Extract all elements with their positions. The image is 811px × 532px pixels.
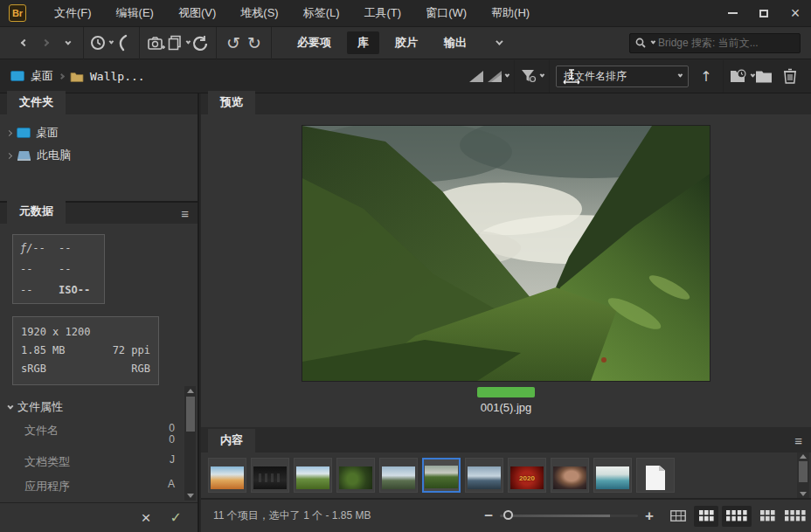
thumbnail-green-meadow[interactable] xyxy=(294,458,332,493)
main-toolbar: ↺ ↻ 必要项 库 胶片 输出 Bridge 搜索: 当前文... xyxy=(0,27,811,59)
scrollbar-thumb[interactable] xyxy=(186,397,195,432)
view-as-details-button[interactable] xyxy=(722,506,752,527)
thumbnail-quality-embedded-button[interactable] xyxy=(466,65,487,87)
tab-content[interactable]: 内容 xyxy=(208,429,255,453)
batch-rename-button[interactable] xyxy=(167,31,189,54)
delete-item-button[interactable] xyxy=(780,65,801,87)
property-row-filename[interactable]: 文件名 00 xyxy=(0,418,198,450)
preview-filename: 001(5).jpg xyxy=(481,401,532,414)
recent-items-button[interactable] xyxy=(730,65,753,87)
metadata-scrollbar[interactable] xyxy=(184,386,196,501)
boomerang-return-button[interactable] xyxy=(112,31,133,54)
boomerang-icon xyxy=(115,34,129,52)
desktop-icon xyxy=(10,71,24,81)
zoom-out-button[interactable]: − xyxy=(484,508,493,525)
thumbnail-quality-options-button[interactable] xyxy=(487,65,508,87)
content-scrollbar[interactable] xyxy=(797,453,809,498)
metadata-menu-icon[interactable]: ≡ xyxy=(181,210,189,218)
lock-thumbnail-grid-button[interactable] xyxy=(666,506,690,527)
thumbnail-image xyxy=(253,466,287,489)
workspace-tab-filmstrip[interactable]: 胶片 xyxy=(385,31,428,54)
expand-chevron-icon[interactable] xyxy=(6,152,12,158)
menu-label[interactable]: 标签(L) xyxy=(291,0,352,27)
tab-folders[interactable]: 文件夹 xyxy=(7,91,66,114)
menu-help[interactable]: 帮助(H) xyxy=(479,0,542,27)
tab-metadata[interactable]: 元数据 xyxy=(7,200,66,224)
thumbnail-blue-mountains[interactable] xyxy=(465,458,503,493)
view-as-grid-extra-button[interactable] xyxy=(783,506,808,527)
tree-item-this-pc[interactable]: 此电脑 xyxy=(0,144,198,167)
workspace-tabs: 必要项 库 胶片 输出 xyxy=(287,31,509,54)
view-as-list-button[interactable] xyxy=(755,506,780,527)
color-mode: RGB xyxy=(131,360,150,378)
thumbnail-sunset-beach[interactable] xyxy=(208,458,246,493)
menu-window[interactable]: 窗口(W) xyxy=(413,0,479,27)
breadcrumb-desktop[interactable]: 桌面 xyxy=(31,68,53,84)
scroll-up-icon[interactable] xyxy=(187,389,194,393)
breadcrumb-separator-icon xyxy=(59,73,65,79)
view-as-thumbnails-button[interactable] xyxy=(694,506,718,527)
sort-ascending-button[interactable]: ↑ xyxy=(696,65,717,87)
refresh-button[interactable] xyxy=(189,31,210,54)
expand-chevron-icon[interactable] xyxy=(6,129,12,135)
metadata-panel-header: 元数据 ≡ xyxy=(0,203,198,224)
close-button[interactable]: × xyxy=(780,0,811,27)
maximize-button[interactable] xyxy=(748,0,780,27)
file-properties-section-header[interactable]: 文件属性 xyxy=(7,399,198,415)
content-menu-icon[interactable]: ≡ xyxy=(794,437,802,446)
rotate-right-button[interactable]: ↻ xyxy=(244,31,265,54)
thumbnail-red-new-year[interactable]: 2020 xyxy=(508,458,546,493)
new-folder-button[interactable] xyxy=(753,65,774,87)
folder-clock-icon xyxy=(730,69,747,83)
thumbnail-woman-portrait[interactable] xyxy=(551,458,589,493)
workspace-tab-libraries[interactable]: 库 xyxy=(347,31,379,54)
thumbnail-teal-mountains[interactable] xyxy=(593,458,632,493)
recent-files-button[interactable] xyxy=(90,31,112,54)
camera-import-icon xyxy=(148,36,165,51)
thumbnail-size-slider[interactable] xyxy=(500,515,638,517)
preview-image[interactable] xyxy=(302,126,710,381)
grid-wide-icon xyxy=(785,510,806,522)
tab-preview[interactable]: 预览 xyxy=(208,91,255,114)
scroll-down-icon[interactable] xyxy=(800,492,807,496)
forward-button[interactable] xyxy=(35,31,56,54)
workspace-switcher-dropdown[interactable] xyxy=(488,31,509,54)
filter-items-button[interactable] xyxy=(521,65,543,87)
thumbnail-dark-night-scene[interactable] xyxy=(251,458,289,493)
get-photos-from-camera-button[interactable] xyxy=(146,31,167,54)
thumbnail-mountain-landscape[interactable] xyxy=(379,458,418,493)
back-button[interactable] xyxy=(14,31,35,54)
thumbnail-document-file[interactable] xyxy=(636,458,675,493)
search-input[interactable]: Bridge 搜索: 当前文... xyxy=(629,33,801,53)
tree-item-desktop[interactable]: 桌面 xyxy=(0,121,198,144)
nav-dropdown[interactable] xyxy=(56,31,77,54)
search-icon xyxy=(635,38,646,48)
slider-knob[interactable] xyxy=(503,510,513,520)
menu-edit[interactable]: 编辑(E) xyxy=(104,0,166,27)
breadcrumb-folder[interactable]: Wallp... xyxy=(90,70,145,83)
workspace-tab-output[interactable]: 输出 xyxy=(433,31,477,54)
property-row-application[interactable]: 应用程序 A xyxy=(0,474,198,499)
tree-item-label: 此电脑 xyxy=(37,148,71,163)
sort-dropdown[interactable]: 按文件名排序 xyxy=(556,66,689,87)
scroll-down-icon[interactable] xyxy=(187,494,194,498)
document-icon xyxy=(639,466,672,489)
zoom-in-button[interactable]: + xyxy=(645,508,654,525)
apply-metadata-button[interactable]: ✓ xyxy=(170,509,182,526)
thumbnail-dark-forest[interactable] xyxy=(336,458,375,493)
menu-tools[interactable]: 工具(T) xyxy=(352,0,414,27)
menu-file[interactable]: 文件(F) xyxy=(42,0,104,27)
menu-stacks[interactable]: 堆栈(S) xyxy=(228,0,290,27)
divider xyxy=(514,60,515,93)
cancel-metadata-button[interactable]: × xyxy=(141,509,150,526)
thumbnail-green-valley-selected[interactable] xyxy=(422,458,461,493)
green-label-bar[interactable] xyxy=(477,387,535,397)
minimize-button[interactable] xyxy=(717,0,748,27)
scroll-up-icon[interactable] xyxy=(800,454,807,459)
workspace-tab-essentials[interactable]: 必要项 xyxy=(287,31,342,54)
property-row-doctype[interactable]: 文档类型 J xyxy=(0,450,198,474)
menu-view[interactable]: 视图(V) xyxy=(166,0,228,27)
scrollbar-thumb[interactable] xyxy=(799,461,808,482)
rotate-left-button[interactable]: ↺ xyxy=(223,31,244,54)
divider xyxy=(271,27,272,59)
